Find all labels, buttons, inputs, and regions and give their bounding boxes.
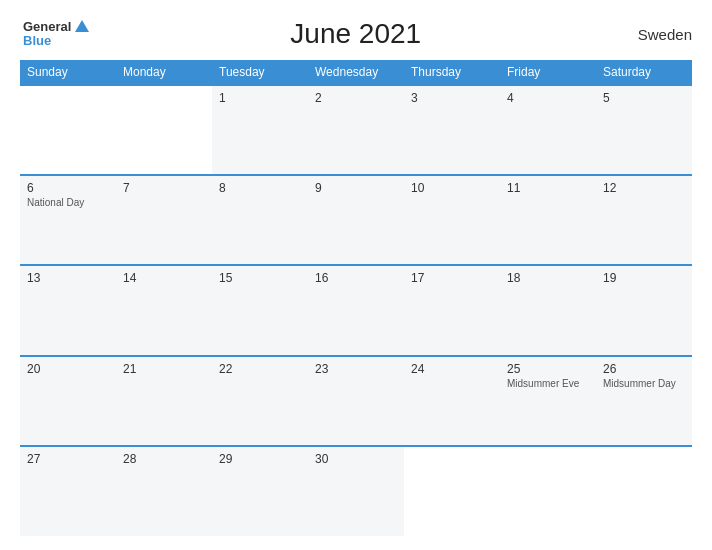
day-cell: 26Midsummer Day	[596, 356, 692, 446]
day-number: 12	[603, 181, 685, 195]
day-cell: 5	[596, 85, 692, 175]
day-cell: 13	[20, 265, 116, 355]
weekday-header-thursday: Thursday	[404, 60, 500, 85]
day-cell: 19	[596, 265, 692, 355]
calendar-table: SundayMondayTuesdayWednesdayThursdayFrid…	[20, 60, 692, 536]
weekday-header-wednesday: Wednesday	[308, 60, 404, 85]
calendar-title: June 2021	[89, 18, 622, 50]
day-number: 17	[411, 271, 493, 285]
calendar-body: 123456National Day7891011121314151617181…	[20, 85, 692, 536]
day-number: 4	[507, 91, 589, 105]
week-row-2: 13141516171819	[20, 265, 692, 355]
week-row-4: 27282930	[20, 446, 692, 536]
day-cell: 15	[212, 265, 308, 355]
day-cell: 7	[116, 175, 212, 265]
day-cell: 20	[20, 356, 116, 446]
day-cell: 29	[212, 446, 308, 536]
day-cell	[116, 85, 212, 175]
day-cell: 28	[116, 446, 212, 536]
day-number: 11	[507, 181, 589, 195]
day-event: National Day	[27, 197, 109, 208]
logo-general-text: General	[23, 20, 71, 34]
day-number: 16	[315, 271, 397, 285]
day-number: 21	[123, 362, 205, 376]
day-cell: 21	[116, 356, 212, 446]
weekday-header-saturday: Saturday	[596, 60, 692, 85]
week-row-0: 12345	[20, 85, 692, 175]
day-event: Midsummer Day	[603, 378, 685, 389]
week-row-1: 6National Day789101112	[20, 175, 692, 265]
day-number: 24	[411, 362, 493, 376]
day-number: 30	[315, 452, 397, 466]
day-number: 26	[603, 362, 685, 376]
day-number: 15	[219, 271, 301, 285]
day-number: 22	[219, 362, 301, 376]
day-number: 6	[27, 181, 109, 195]
day-number: 5	[603, 91, 685, 105]
day-cell: 25Midsummer Eve	[500, 356, 596, 446]
week-row-3: 202122232425Midsummer Eve26Midsummer Day	[20, 356, 692, 446]
day-number: 20	[27, 362, 109, 376]
day-cell	[20, 85, 116, 175]
day-cell: 16	[308, 265, 404, 355]
day-number: 23	[315, 362, 397, 376]
day-cell: 12	[596, 175, 692, 265]
calendar-header: General Blue June 2021 Sweden	[20, 18, 692, 50]
day-number: 29	[219, 452, 301, 466]
day-cell: 27	[20, 446, 116, 536]
day-event: Midsummer Eve	[507, 378, 589, 389]
day-cell: 6National Day	[20, 175, 116, 265]
weekday-row: SundayMondayTuesdayWednesdayThursdayFrid…	[20, 60, 692, 85]
weekday-header-monday: Monday	[116, 60, 212, 85]
day-cell: 3	[404, 85, 500, 175]
day-number: 13	[27, 271, 109, 285]
logo-triangle-icon	[75, 20, 89, 32]
day-number: 27	[27, 452, 109, 466]
day-cell	[596, 446, 692, 536]
day-cell: 22	[212, 356, 308, 446]
day-cell: 30	[308, 446, 404, 536]
calendar-page: General Blue June 2021 Sweden SundayMond…	[0, 0, 712, 550]
day-cell	[500, 446, 596, 536]
day-cell: 4	[500, 85, 596, 175]
day-cell: 9	[308, 175, 404, 265]
day-number: 18	[507, 271, 589, 285]
day-cell: 14	[116, 265, 212, 355]
day-cell: 1	[212, 85, 308, 175]
weekday-header-friday: Friday	[500, 60, 596, 85]
day-cell: 2	[308, 85, 404, 175]
day-number: 25	[507, 362, 589, 376]
day-number: 10	[411, 181, 493, 195]
country-label: Sweden	[622, 26, 692, 43]
day-cell: 18	[500, 265, 596, 355]
day-cell: 17	[404, 265, 500, 355]
day-number: 1	[219, 91, 301, 105]
logo-blue-text: Blue	[23, 34, 71, 48]
logo: General Blue	[20, 20, 89, 49]
day-number: 2	[315, 91, 397, 105]
day-cell: 11	[500, 175, 596, 265]
day-number: 14	[123, 271, 205, 285]
calendar-header-row: SundayMondayTuesdayWednesdayThursdayFrid…	[20, 60, 692, 85]
day-cell: 24	[404, 356, 500, 446]
day-number: 7	[123, 181, 205, 195]
day-number: 28	[123, 452, 205, 466]
day-number: 8	[219, 181, 301, 195]
weekday-header-tuesday: Tuesday	[212, 60, 308, 85]
logo-text: General Blue	[23, 20, 71, 49]
day-number: 19	[603, 271, 685, 285]
weekday-header-sunday: Sunday	[20, 60, 116, 85]
day-number: 9	[315, 181, 397, 195]
day-number: 3	[411, 91, 493, 105]
day-cell: 23	[308, 356, 404, 446]
day-cell	[404, 446, 500, 536]
day-cell: 10	[404, 175, 500, 265]
day-cell: 8	[212, 175, 308, 265]
